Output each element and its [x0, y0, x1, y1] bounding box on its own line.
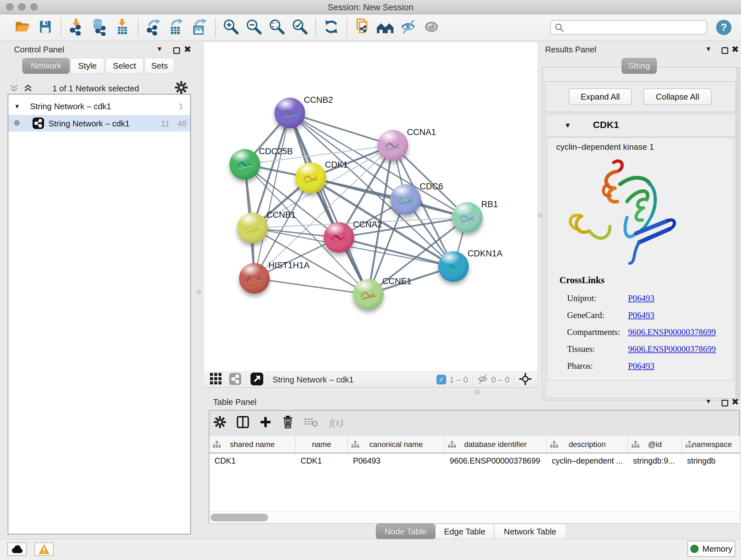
- tab-sets[interactable]: Sets: [145, 58, 175, 74]
- network-node-cdkn1a[interactable]: [438, 251, 469, 282]
- close-panel-icon[interactable]: ✖: [184, 44, 191, 55]
- birdseye-crosshair-icon[interactable]: [519, 373, 532, 387]
- selected-checkbox[interactable]: ✓: [436, 375, 446, 384]
- expand-all-button[interactable]: Expand All: [569, 88, 632, 105]
- detach-view-icon[interactable]: [251, 373, 263, 387]
- column-header-shared-name[interactable]: shared name: [209, 436, 295, 453]
- crosslink-value-link[interactable]: 9606.ENSP00000378699: [628, 327, 716, 337]
- table-cell[interactable]: stringdb: [682, 453, 740, 468]
- network-node-ccne1[interactable]: [353, 279, 384, 310]
- table-cell[interactable]: 9606.ENSP00000378699: [445, 453, 547, 468]
- float-panel-icon[interactable]: ▼: [705, 45, 712, 53]
- network-node-ccnb1[interactable]: [237, 212, 268, 243]
- export-table-button[interactable]: [165, 17, 188, 38]
- string-home-button[interactable]: [374, 17, 397, 38]
- float-panel-icon[interactable]: ▼: [705, 398, 712, 405]
- tab-node-table[interactable]: Node Table: [376, 523, 435, 540]
- undock-panel-icon[interactable]: [722, 47, 728, 54]
- hidden-eye-icon[interactable]: [477, 374, 488, 385]
- open-session-button[interactable]: [11, 17, 34, 38]
- right-splitter-knob[interactable]: [538, 213, 542, 217]
- share-view-icon[interactable]: [229, 373, 241, 386]
- bottom-splitter-knob[interactable]: [474, 390, 480, 394]
- collapse-all-tree-icon[interactable]: [10, 84, 18, 94]
- gene-disclosure-triangle[interactable]: ▼: [564, 121, 571, 130]
- table-settings-gear-icon[interactable]: [214, 416, 226, 429]
- close-panel-icon[interactable]: ✖: [731, 396, 739, 407]
- graphics-details-button[interactable]: [420, 17, 443, 38]
- network-node-ccna1[interactable]: [378, 130, 408, 161]
- tab-edge-table[interactable]: Edge Table: [435, 523, 494, 540]
- save-session-button[interactable]: [34, 17, 57, 38]
- column-header-database-identifier[interactable]: database identifier: [445, 436, 547, 453]
- delete-column-trash-icon[interactable]: [282, 416, 293, 430]
- network-node-cdc6[interactable]: [390, 184, 421, 215]
- network-options-gear-icon[interactable]: [175, 81, 188, 95]
- float-panel-icon[interactable]: ▼: [156, 45, 163, 53]
- zoom-in-button[interactable]: [219, 17, 243, 38]
- tab-style[interactable]: Style: [71, 58, 105, 74]
- node-label-ccna1: CCNA1: [407, 127, 436, 137]
- collapse-all-button[interactable]: Collapse All: [643, 88, 712, 105]
- memory-button[interactable]: Memory: [687, 541, 735, 557]
- collection-disclosure-triangle[interactable]: ▾: [15, 102, 19, 111]
- network-node-rb1[interactable]: [452, 202, 482, 233]
- results-scrollbar[interactable]: [737, 68, 740, 400]
- table-cell[interactable]: CDK1: [209, 453, 295, 468]
- expand-all-tree-icon[interactable]: [23, 84, 32, 94]
- search-input[interactable]: [550, 20, 707, 35]
- network-node-ccna2[interactable]: [324, 222, 354, 253]
- network-node-hist1h1a[interactable]: [239, 263, 270, 294]
- add-column-icon[interactable]: [260, 416, 271, 429]
- column-header--id[interactable]: @id: [628, 436, 682, 453]
- column-header-canonical-name[interactable]: canonical name: [348, 436, 445, 453]
- zoom-fit-button[interactable]: [266, 17, 288, 38]
- tab-string[interactable]: String: [622, 58, 657, 74]
- cloud-button[interactable]: [7, 543, 26, 556]
- undock-panel-icon[interactable]: [173, 47, 180, 54]
- import-network-database-button[interactable]: [88, 17, 111, 38]
- network-row-selected[interactable]: String Network – cdk1 11 48: [8, 115, 190, 132]
- crosslink-value-link[interactable]: P06493: [628, 361, 655, 371]
- network-collection-row[interactable]: ▾ String Network – cdk1 1: [8, 98, 190, 115]
- help-button[interactable]: ?: [716, 20, 731, 35]
- network-from-file-button[interactable]: [351, 17, 374, 38]
- export-image-button[interactable]: [188, 17, 211, 38]
- scrollbar-thumb[interactable]: [211, 514, 268, 521]
- tab-select[interactable]: Select: [105, 58, 144, 74]
- column-header-name[interactable]: name: [295, 436, 348, 453]
- tab-network[interactable]: Network: [22, 58, 70, 74]
- table-horizontal-scrollbar[interactable]: [209, 511, 740, 523]
- hide-unhide-button[interactable]: [397, 17, 420, 38]
- import-table-button[interactable]: [111, 17, 134, 38]
- column-header-description[interactable]: description: [547, 436, 628, 453]
- network-node-ccnb2[interactable]: [274, 98, 305, 128]
- zoom-out-button[interactable]: [243, 17, 266, 38]
- crosslink-value-link[interactable]: P06493: [628, 310, 655, 320]
- network-edge-cdk1-rb1[interactable]: [311, 178, 467, 217]
- undock-panel-icon[interactable]: [722, 400, 728, 407]
- table-cell[interactable]: stringdb:9...: [628, 453, 682, 468]
- column-header-namespace[interactable]: namespace: [682, 436, 740, 453]
- crosslink-value-link[interactable]: 9606.ENSP00000378699: [628, 344, 716, 354]
- table-cell[interactable]: cyclin–dependent ...: [547, 453, 628, 468]
- crosslink-value-link[interactable]: P06493: [628, 294, 655, 303]
- table-cell[interactable]: CDK1: [295, 453, 348, 468]
- network-node-cdk1[interactable]: [295, 163, 326, 193]
- network-edge-ccnb2-ccna1[interactable]: [290, 113, 393, 145]
- table-cell[interactable]: P06493: [348, 453, 445, 468]
- left-splitter-knob[interactable]: [197, 290, 201, 294]
- refresh-layout-button[interactable]: [320, 17, 343, 38]
- import-network-file-button[interactable]: [65, 17, 88, 38]
- network-canvas[interactable]: CCNB2CCNA1CDC25BCDK1CDC6RB1CCNB1CCNA2CDK…: [204, 42, 537, 372]
- show-columns-icon[interactable]: [237, 416, 249, 429]
- warning-button[interactable]: [35, 543, 54, 556]
- tab-network-table[interactable]: Network Table: [494, 523, 566, 540]
- grid-view-icon[interactable]: [210, 373, 222, 386]
- network-edge-hist1h1a-ccne1[interactable]: [254, 278, 368, 294]
- export-network-button[interactable]: [142, 17, 165, 38]
- close-panel-icon[interactable]: ✖: [731, 44, 739, 55]
- network-node-cdc25b[interactable]: [229, 149, 260, 180]
- table-data-row[interactable]: CDK1CDK1P064939606.ENSP00000378699cyclin…: [209, 453, 740, 468]
- zoom-selected-button[interactable]: [288, 17, 312, 38]
